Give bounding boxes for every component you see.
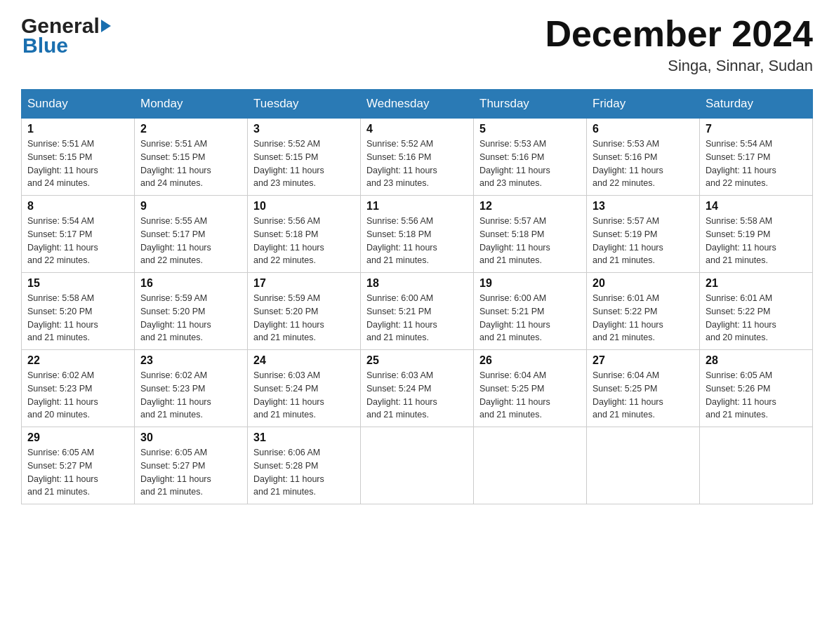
day-info: Sunrise: 6:02 AMSunset: 5:23 PMDaylight:… bbox=[27, 370, 98, 420]
day-number: 21 bbox=[706, 277, 807, 290]
day-info: Sunrise: 5:58 AMSunset: 5:19 PMDaylight:… bbox=[706, 216, 776, 265]
calendar-title: December 2024 bbox=[545, 14, 813, 54]
day-number: 15 bbox=[27, 277, 128, 290]
day-number: 20 bbox=[593, 277, 694, 290]
day-number: 3 bbox=[253, 123, 355, 135]
table-row: 3 Sunrise: 5:52 AMSunset: 5:15 PMDayligh… bbox=[248, 119, 361, 196]
day-number: 6 bbox=[593, 123, 694, 135]
table-row: 13 Sunrise: 5:57 AMSunset: 5:19 PMDaylig… bbox=[587, 196, 700, 273]
col-saturday: Saturday bbox=[700, 90, 813, 119]
calendar-week-row: 1 Sunrise: 5:51 AMSunset: 5:15 PMDayligh… bbox=[22, 119, 813, 196]
logo-blue-text: Blue bbox=[21, 34, 112, 58]
day-info: Sunrise: 5:58 AMSunset: 5:20 PMDaylight:… bbox=[27, 293, 98, 342]
day-info: Sunrise: 6:05 AMSunset: 5:27 PMDaylight:… bbox=[140, 448, 211, 497]
day-info: Sunrise: 6:02 AMSunset: 5:23 PMDaylight:… bbox=[140, 370, 211, 420]
calendar-table: Sunday Monday Tuesday Wednesday Thursday… bbox=[21, 89, 813, 504]
table-row bbox=[587, 427, 700, 504]
table-row: 8 Sunrise: 5:54 AMSunset: 5:17 PMDayligh… bbox=[22, 196, 135, 273]
table-row: 2 Sunrise: 5:51 AMSunset: 5:15 PMDayligh… bbox=[135, 119, 248, 196]
day-number: 4 bbox=[366, 123, 468, 135]
day-number: 2 bbox=[140, 123, 241, 135]
day-number: 14 bbox=[706, 200, 807, 213]
day-info: Sunrise: 5:57 AMSunset: 5:19 PMDaylight:… bbox=[593, 216, 663, 265]
day-info: Sunrise: 5:52 AMSunset: 5:15 PMDaylight:… bbox=[253, 139, 324, 188]
col-sunday: Sunday bbox=[22, 90, 135, 119]
day-info: Sunrise: 6:05 AMSunset: 5:26 PMDaylight:… bbox=[706, 370, 776, 420]
table-row: 16 Sunrise: 5:59 AMSunset: 5:20 PMDaylig… bbox=[135, 273, 248, 350]
day-number: 26 bbox=[479, 354, 581, 367]
table-row: 25 Sunrise: 6:03 AMSunset: 5:24 PMDaylig… bbox=[361, 350, 474, 427]
table-row: 14 Sunrise: 5:58 AMSunset: 5:19 PMDaylig… bbox=[700, 196, 813, 273]
table-row: 17 Sunrise: 5:59 AMSunset: 5:20 PMDaylig… bbox=[248, 273, 361, 350]
day-info: Sunrise: 5:54 AMSunset: 5:17 PMDaylight:… bbox=[706, 139, 776, 188]
table-row: 1 Sunrise: 5:51 AMSunset: 5:15 PMDayligh… bbox=[22, 119, 135, 196]
day-info: Sunrise: 5:59 AMSunset: 5:20 PMDaylight:… bbox=[140, 293, 211, 342]
table-row bbox=[700, 427, 813, 504]
day-number: 23 bbox=[140, 354, 241, 367]
day-number: 16 bbox=[140, 277, 241, 290]
table-row: 11 Sunrise: 5:56 AMSunset: 5:18 PMDaylig… bbox=[361, 196, 474, 273]
day-number: 7 bbox=[706, 123, 807, 135]
day-info: Sunrise: 5:59 AMSunset: 5:20 PMDaylight:… bbox=[253, 293, 324, 342]
table-row: 7 Sunrise: 5:54 AMSunset: 5:17 PMDayligh… bbox=[700, 119, 813, 196]
calendar-week-row: 15 Sunrise: 5:58 AMSunset: 5:20 PMDaylig… bbox=[22, 273, 813, 350]
table-row: 15 Sunrise: 5:58 AMSunset: 5:20 PMDaylig… bbox=[22, 273, 135, 350]
table-row: 23 Sunrise: 6:02 AMSunset: 5:23 PMDaylig… bbox=[135, 350, 248, 427]
table-row: 19 Sunrise: 6:00 AMSunset: 5:21 PMDaylig… bbox=[474, 273, 587, 350]
col-friday: Friday bbox=[587, 90, 700, 119]
table-row bbox=[361, 427, 474, 504]
col-monday: Monday bbox=[135, 90, 248, 119]
table-row: 29 Sunrise: 6:05 AMSunset: 5:27 PMDaylig… bbox=[22, 427, 135, 504]
day-number: 8 bbox=[27, 200, 128, 213]
table-row: 6 Sunrise: 5:53 AMSunset: 5:16 PMDayligh… bbox=[587, 119, 700, 196]
table-row: 26 Sunrise: 6:04 AMSunset: 5:25 PMDaylig… bbox=[474, 350, 587, 427]
day-info: Sunrise: 6:04 AMSunset: 5:25 PMDaylight:… bbox=[593, 370, 663, 420]
day-number: 17 bbox=[253, 277, 355, 290]
day-info: Sunrise: 6:06 AMSunset: 5:28 PMDaylight:… bbox=[253, 448, 324, 497]
day-number: 22 bbox=[27, 354, 128, 367]
day-number: 18 bbox=[366, 277, 468, 290]
table-row: 12 Sunrise: 5:57 AMSunset: 5:18 PMDaylig… bbox=[474, 196, 587, 273]
day-info: Sunrise: 5:56 AMSunset: 5:18 PMDaylight:… bbox=[366, 216, 437, 265]
calendar-week-row: 22 Sunrise: 6:02 AMSunset: 5:23 PMDaylig… bbox=[22, 350, 813, 427]
day-number: 28 bbox=[706, 354, 807, 367]
table-row: 4 Sunrise: 5:52 AMSunset: 5:16 PMDayligh… bbox=[361, 119, 474, 196]
day-number: 12 bbox=[479, 200, 581, 213]
day-info: Sunrise: 6:03 AMSunset: 5:24 PMDaylight:… bbox=[366, 370, 437, 420]
calendar-title-area: December 2024 Singa, Sinnar, Sudan bbox=[545, 14, 813, 75]
day-info: Sunrise: 5:55 AMSunset: 5:17 PMDaylight:… bbox=[140, 216, 211, 265]
day-info: Sunrise: 5:51 AMSunset: 5:15 PMDaylight:… bbox=[140, 139, 211, 188]
calendar-week-row: 8 Sunrise: 5:54 AMSunset: 5:17 PMDayligh… bbox=[22, 196, 813, 273]
day-info: Sunrise: 6:00 AMSunset: 5:21 PMDaylight:… bbox=[479, 293, 550, 342]
col-tuesday: Tuesday bbox=[248, 90, 361, 119]
day-number: 29 bbox=[27, 431, 128, 444]
col-thursday: Thursday bbox=[474, 90, 587, 119]
day-info: Sunrise: 6:01 AMSunset: 5:22 PMDaylight:… bbox=[593, 293, 663, 342]
table-row: 21 Sunrise: 6:01 AMSunset: 5:22 PMDaylig… bbox=[700, 273, 813, 350]
calendar-subtitle: Singa, Sinnar, Sudan bbox=[545, 57, 813, 75]
day-info: Sunrise: 6:05 AMSunset: 5:27 PMDaylight:… bbox=[27, 448, 98, 497]
table-row: 18 Sunrise: 6:00 AMSunset: 5:21 PMDaylig… bbox=[361, 273, 474, 350]
day-info: Sunrise: 6:01 AMSunset: 5:22 PMDaylight:… bbox=[706, 293, 776, 342]
day-info: Sunrise: 5:56 AMSunset: 5:18 PMDaylight:… bbox=[253, 216, 324, 265]
table-row: 5 Sunrise: 5:53 AMSunset: 5:16 PMDayligh… bbox=[474, 119, 587, 196]
day-number: 13 bbox=[593, 200, 694, 213]
day-info: Sunrise: 6:03 AMSunset: 5:24 PMDaylight:… bbox=[253, 370, 324, 420]
table-row: 20 Sunrise: 6:01 AMSunset: 5:22 PMDaylig… bbox=[587, 273, 700, 350]
table-row bbox=[474, 427, 587, 504]
day-number: 19 bbox=[479, 277, 581, 290]
day-info: Sunrise: 5:53 AMSunset: 5:16 PMDaylight:… bbox=[593, 139, 663, 188]
logo-chevron-icon bbox=[101, 20, 111, 32]
day-info: Sunrise: 5:57 AMSunset: 5:18 PMDaylight:… bbox=[479, 216, 550, 265]
day-number: 5 bbox=[479, 123, 581, 135]
table-row: 31 Sunrise: 6:06 AMSunset: 5:28 PMDaylig… bbox=[248, 427, 361, 504]
day-info: Sunrise: 5:54 AMSunset: 5:17 PMDaylight:… bbox=[27, 216, 98, 265]
table-row: 27 Sunrise: 6:04 AMSunset: 5:25 PMDaylig… bbox=[587, 350, 700, 427]
calendar-header-row: Sunday Monday Tuesday Wednesday Thursday… bbox=[22, 90, 813, 119]
day-info: Sunrise: 5:52 AMSunset: 5:16 PMDaylight:… bbox=[366, 139, 437, 188]
logo: General Blue bbox=[21, 14, 112, 58]
table-row: 30 Sunrise: 6:05 AMSunset: 5:27 PMDaylig… bbox=[135, 427, 248, 504]
table-row: 9 Sunrise: 5:55 AMSunset: 5:17 PMDayligh… bbox=[135, 196, 248, 273]
day-info: Sunrise: 5:51 AMSunset: 5:15 PMDaylight:… bbox=[27, 139, 98, 188]
day-number: 25 bbox=[366, 354, 468, 367]
